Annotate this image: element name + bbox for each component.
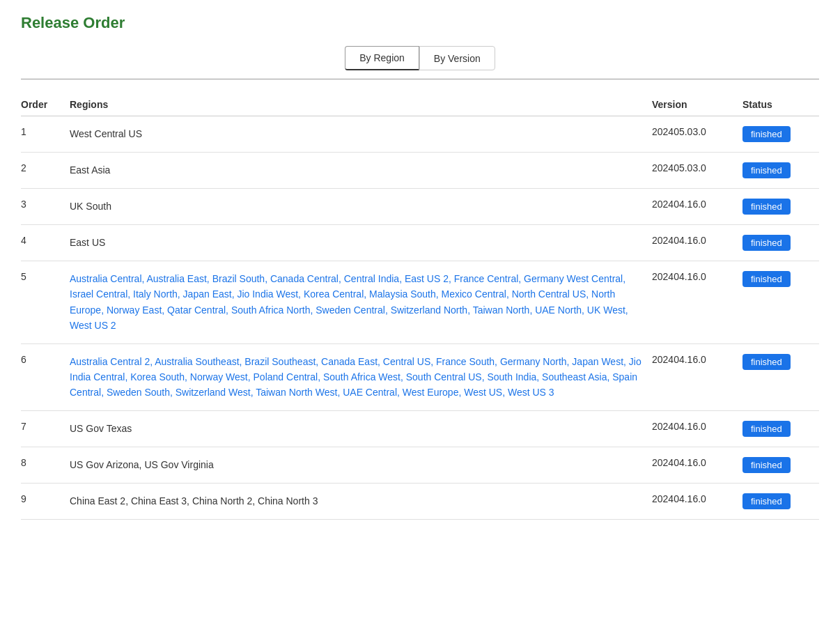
cell-version: 202404.16.0 <box>652 483 742 519</box>
cell-order: 3 <box>21 189 70 225</box>
cell-regions: East Asia <box>70 153 652 189</box>
cell-status: finished <box>742 410 819 447</box>
table-row: 6Australia Central 2, Australia Southeas… <box>21 343 819 410</box>
table-row: 1West Central US202405.03.0finished <box>21 116 819 153</box>
cell-version: 202404.16.0 <box>652 225 742 261</box>
page-title: Release Order <box>21 14 819 32</box>
status-badge: finished <box>742 126 791 142</box>
tab-by-version[interactable]: By Version <box>419 46 495 70</box>
release-order-table: Order Regions Version Status 1West Centr… <box>21 93 819 520</box>
cell-order: 1 <box>21 116 70 153</box>
status-badge: finished <box>742 421 791 437</box>
tab-by-region[interactable]: By Region <box>345 46 419 70</box>
cell-status: finished <box>742 261 819 344</box>
cell-regions: East US <box>70 225 652 261</box>
status-badge: finished <box>742 457 791 473</box>
cell-version: 202404.16.0 <box>652 343 742 410</box>
cell-version: 202404.16.0 <box>652 261 742 344</box>
cell-order: 6 <box>21 343 70 410</box>
cell-regions: US Gov Texas <box>70 410 652 447</box>
table-header-row: Order Regions Version Status <box>21 93 819 116</box>
cell-status: finished <box>742 116 819 153</box>
cell-order: 8 <box>21 447 70 483</box>
cell-regions: Australia Central, Australia East, Brazi… <box>70 261 652 344</box>
tabs-container: By Region By Version <box>21 46 819 70</box>
cell-regions: US Gov Arizona, US Gov Virginia <box>70 447 652 483</box>
cell-status: finished <box>742 447 819 483</box>
table-row: 5Australia Central, Australia East, Braz… <box>21 261 819 344</box>
table-row: 8US Gov Arizona, US Gov Virginia202404.1… <box>21 447 819 483</box>
col-version: Version <box>652 93 742 116</box>
cell-version: 202405.03.0 <box>652 153 742 189</box>
col-regions: Regions <box>70 93 652 116</box>
status-badge: finished <box>742 354 791 370</box>
status-badge: finished <box>742 271 791 287</box>
cell-status: finished <box>742 153 819 189</box>
cell-order: 2 <box>21 153 70 189</box>
cell-order: 5 <box>21 261 70 344</box>
status-badge: finished <box>742 199 791 215</box>
status-badge: finished <box>742 162 791 178</box>
col-order: Order <box>21 93 70 116</box>
cell-version: 202404.16.0 <box>652 447 742 483</box>
table-row: 9China East 2, China East 3, China North… <box>21 483 819 519</box>
cell-version: 202404.16.0 <box>652 410 742 447</box>
table-row: 3UK South202404.16.0finished <box>21 189 819 225</box>
col-status: Status <box>742 93 819 116</box>
cell-status: finished <box>742 225 819 261</box>
cell-regions: UK South <box>70 189 652 225</box>
table-row: 2East Asia202405.03.0finished <box>21 153 819 189</box>
divider <box>21 79 819 79</box>
cell-version: 202405.03.0 <box>652 116 742 153</box>
cell-status: finished <box>742 189 819 225</box>
cell-regions: China East 2, China East 3, China North … <box>70 483 652 519</box>
cell-regions: West Central US <box>70 116 652 153</box>
status-badge: finished <box>742 235 791 251</box>
cell-order: 7 <box>21 410 70 447</box>
cell-version: 202404.16.0 <box>652 189 742 225</box>
cell-status: finished <box>742 343 819 410</box>
cell-status: finished <box>742 483 819 519</box>
table-row: 7US Gov Texas202404.16.0finished <box>21 410 819 447</box>
cell-order: 9 <box>21 483 70 519</box>
table-row: 4East US202404.16.0finished <box>21 225 819 261</box>
status-badge: finished <box>742 493 791 509</box>
cell-regions: Australia Central 2, Australia Southeast… <box>70 343 652 410</box>
cell-order: 4 <box>21 225 70 261</box>
